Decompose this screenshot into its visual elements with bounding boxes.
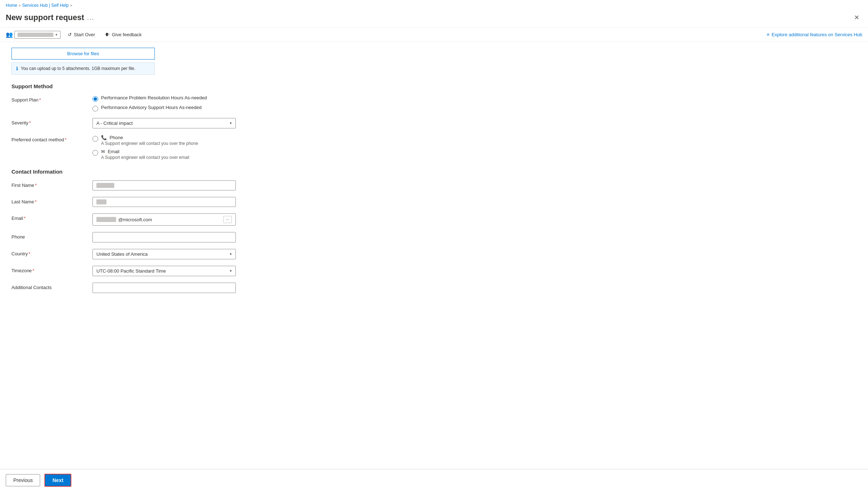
contact-email-sublabel: A Support engineer will contact you over… [101,155,189,160]
feedback-icon: 🗣 [105,32,110,37]
severity-row: Severity* A - Critical impact ▾ [11,118,857,128]
contact-phone-option[interactable]: 📞 Phone A Support engineer will contact … [92,135,243,146]
first-name-input-wrapper [92,180,236,190]
contact-email-option[interactable]: ✉ Email A Support engineer will contact … [92,149,243,160]
support-method-section: Support Method Support Plan* Performance… [11,83,857,160]
last-name-row: Last Name* [11,197,857,207]
start-over-icon: ↺ [68,32,72,37]
support-plan-required: * [39,97,41,103]
breadcrumb-sep2: > [70,4,72,8]
support-plan-radio-2[interactable] [92,106,98,112]
additional-contacts-row: Additional Contacts [11,283,857,293]
timezone-label: Timezone* [11,266,87,273]
timezone-value: UTC-08:00 Pacific Standard Time [96,268,166,274]
upload-info-text: You can upload up to 5 attachments. 1GB … [21,66,135,71]
toolbar-left: 👥 ▾ ↺ Start Over 🗣 Give feedback [6,30,761,39]
additional-contacts-label: Additional Contacts [11,283,87,290]
email-icon: ✉ [101,149,105,154]
breadcrumb-services-hub[interactable]: Services Hub | Self Help [22,3,69,8]
toolbar: 👥 ▾ ↺ Start Over 🗣 Give feedback ≡ Explo… [0,28,868,42]
contact-email-radio[interactable] [92,150,98,156]
breadcrumb-home[interactable]: Home [6,3,17,8]
preferred-contact-required: * [65,137,67,142]
last-name-required: * [35,199,37,204]
country-label: Country* [11,249,87,256]
contact-email-label: ✉ Email [101,149,189,154]
preferred-contact-options: 📞 Phone A Support engineer will contact … [92,135,243,160]
close-button[interactable]: ✕ [851,12,862,23]
preferred-contact-label: Preferred contact method* [11,135,87,142]
support-plan-radio-1[interactable] [92,96,98,102]
tenant-chevron-icon: ▾ [56,33,57,37]
additional-contacts-input[interactable] [92,283,236,293]
breadcrumb-sep1: > [19,4,21,8]
email-field: @microsoft.com ··· [92,213,243,226]
email-input-wrapper: @microsoft.com ··· [92,213,236,226]
timezone-required: * [33,268,34,273]
support-plan-label-1: Performance Problem Resolution Hours As-… [101,95,207,100]
upload-info-box: ℹ You can upload up to 5 attachments. 1G… [11,62,155,75]
contact-phone-label: 📞 Phone [101,135,198,140]
last-name-input-wrapper [92,197,236,207]
country-dropdown[interactable]: United States of America ▾ [92,249,236,259]
explore-features-link[interactable]: ≡ Explore additional features on Service… [767,32,862,37]
page-header: New support request ... ✕ [0,11,868,28]
support-plan-options: Performance Problem Resolution Hours As-… [92,95,243,112]
page-title: New support request [6,13,84,22]
contact-phone-radio[interactable] [92,136,98,142]
support-plan-row: Support Plan* Performance Problem Resolu… [11,95,857,112]
page-title-area: New support request ... [6,13,95,22]
support-method-title: Support Method [11,83,857,89]
severity-label: Severity* [11,118,87,126]
give-feedback-button[interactable]: 🗣 Give feedback [102,30,144,39]
footer: Previous Next [0,469,868,491]
country-required: * [29,251,30,256]
email-suffix: @microsoft.com [118,217,152,222]
breadcrumb: Home > Services Hub | Self Help > [0,0,868,11]
people-icon: 👥 [6,31,13,38]
last-name-label: Last Name* [11,197,87,204]
timezone-field: UTC-08:00 Pacific Standard Time ▾ [92,266,243,276]
next-button[interactable]: Next [44,474,71,487]
severity-field: A - Critical impact ▾ [92,118,243,128]
additional-contacts-field [92,283,243,293]
email-more-button[interactable]: ··· [223,216,232,223]
support-plan-option-1[interactable]: Performance Problem Resolution Hours As-… [92,95,243,102]
contact-info-section: Contact Information First Name* Last Nam… [11,169,857,293]
explore-icon: ≡ [767,32,769,37]
give-feedback-label: Give feedback [112,32,142,37]
severity-value: A - Critical impact [96,121,133,126]
start-over-label: Start Over [74,32,95,37]
contact-info-title: Contact Information [11,169,857,175]
country-field: United States of America ▾ [92,249,243,259]
phone-row: Phone [11,232,857,242]
support-plan-label: Support Plan* [11,95,87,103]
severity-dropdown[interactable]: A - Critical impact ▾ [92,118,236,128]
country-row: Country* United States of America ▾ [11,249,857,259]
previous-button[interactable]: Previous [6,474,40,486]
preferred-contact-row: Preferred contact method* 📞 Phone A Supp… [11,135,857,160]
contact-phone-sublabel: A Support engineer will contact you over… [101,141,198,146]
tenant-bar [18,33,53,37]
main-content: Browse for files ℹ You can upload up to … [0,42,868,469]
severity-required: * [29,120,31,126]
support-plan-option-2[interactable]: Performance Advisory Support Hours As-ne… [92,105,243,112]
last-name-field [92,197,243,207]
phone-icon: 📞 [101,135,107,140]
timezone-row: Timezone* UTC-08:00 Pacific Standard Tim… [11,266,857,276]
browse-files-section: Browse for files ℹ You can upload up to … [11,48,857,75]
email-required: * [24,216,26,221]
tenant-selector[interactable]: ▾ [14,31,61,39]
country-value: United States of America [96,251,148,257]
email-redacted [96,217,116,222]
phone-label: Phone [11,232,87,240]
more-options-icon[interactable]: ... [87,14,95,22]
phone-input[interactable] [92,232,236,242]
first-name-redacted [96,183,114,188]
first-name-row: First Name* [11,180,857,190]
browse-files-button[interactable]: Browse for files [11,48,155,60]
last-name-redacted [96,199,106,204]
support-plan-label-2: Performance Advisory Support Hours As-ne… [101,105,201,110]
start-over-button[interactable]: ↺ Start Over [65,30,98,39]
timezone-dropdown[interactable]: UTC-08:00 Pacific Standard Time ▾ [92,266,236,276]
